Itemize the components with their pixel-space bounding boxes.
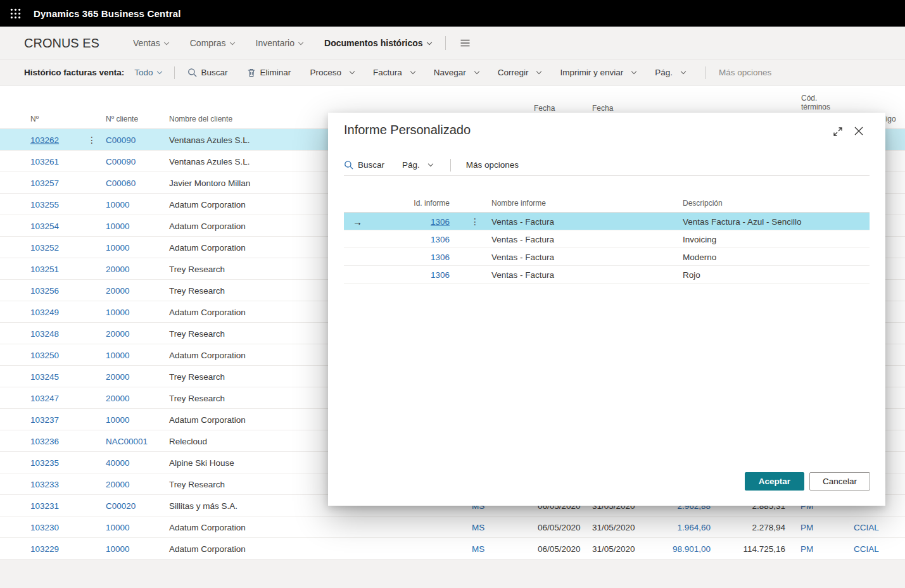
navigation-bar: CRONUS ES VentasComprasInventarioDocumen…: [0, 27, 905, 60]
cell-cust[interactable]: 20000: [106, 285, 130, 295]
cell-cust[interactable]: 20000: [106, 479, 130, 489]
cell-no[interactable]: 103245: [30, 372, 59, 381]
expand-dialog-icon[interactable]: [833, 127, 843, 139]
cell-ms[interactable]: MS: [472, 544, 484, 553]
cell-report-id[interactable]: 1306: [391, 234, 450, 244]
column-header-report-name[interactable]: Nombre informe: [491, 199, 546, 208]
cell-no[interactable]: 103252: [30, 242, 59, 252]
cell-no[interactable]: 103250: [30, 350, 59, 360]
cell-no[interactable]: 103251: [30, 264, 59, 273]
cell-no[interactable]: 103231: [30, 501, 59, 510]
cell-cust[interactable]: 10000: [106, 522, 130, 532]
cell-no[interactable]: 103257: [30, 178, 59, 187]
column-header-date-2[interactable]: Fecha: [592, 104, 613, 113]
cell-cust[interactable]: 20000: [106, 264, 130, 273]
cell-a1[interactable]: 1.964,60: [647, 522, 711, 532]
nav-item-inventario[interactable]: Inventario: [256, 38, 303, 48]
cell-name: Trey Research: [169, 264, 225, 273]
report-row[interactable]: 1306Ventas - FacturaInvoicing: [344, 230, 870, 248]
column-header-date-1[interactable]: Fecha: [534, 104, 555, 113]
delete-button[interactable]: Eliminar: [247, 68, 291, 77]
row-options-icon[interactable]: ⋮: [471, 216, 479, 227]
cell-no[interactable]: 103249: [30, 307, 59, 316]
cell-no[interactable]: 103254: [30, 221, 59, 230]
cell-no[interactable]: 103256: [30, 285, 59, 295]
report-row[interactable]: 1306Ventas - FacturaRojo: [344, 266, 870, 284]
close-dialog-icon[interactable]: [854, 127, 863, 138]
cell-ms[interactable]: MS: [472, 522, 484, 532]
cell-report-id[interactable]: 1306: [391, 216, 450, 226]
cell-a1[interactable]: 98.901,00: [647, 544, 711, 553]
cell-code[interactable]: CCIAL: [854, 544, 879, 553]
company-name[interactable]: CRONUS ES: [24, 36, 99, 51]
action-menu-corregir[interactable]: Corregir: [498, 68, 541, 77]
cell-no[interactable]: 103236: [30, 436, 59, 446]
report-row[interactable]: 1306Ventas - FacturaModerno: [344, 248, 870, 266]
cell-no[interactable]: 103255: [30, 199, 59, 209]
column-header-terms-1[interactable]: Cód.: [801, 94, 817, 103]
accept-button[interactable]: Aceptar: [745, 472, 804, 491]
cell-cust[interactable]: C00090: [106, 156, 136, 166]
cell-cust[interactable]: 10000: [106, 242, 130, 252]
cell-cust[interactable]: C00020: [106, 501, 136, 510]
cell-no[interactable]: 103261: [30, 156, 59, 166]
cell-no[interactable]: 103248: [30, 328, 59, 338]
row-options-icon[interactable]: ⋮: [87, 135, 96, 145]
menu-collapse-icon[interactable]: [460, 39, 471, 47]
cell-no[interactable]: 103237: [30, 415, 59, 424]
app-title[interactable]: Dynamics 365 Business Central: [34, 8, 181, 19]
app-launcher-icon[interactable]: [10, 8, 21, 19]
cell-no[interactable]: 103247: [30, 393, 59, 403]
cell-cust[interactable]: NAC00001: [106, 436, 148, 446]
cell-no[interactable]: 103229: [30, 544, 59, 553]
column-header-report-desc[interactable]: Descripción: [683, 199, 723, 208]
action-menu-navegar[interactable]: Navegar: [434, 68, 479, 77]
invoice-row[interactable]: 10322910000Adatum CorporationMS06/05/202…: [0, 538, 905, 560]
column-header-no[interactable]: Nº: [30, 115, 39, 123]
cancel-button[interactable]: Cancelar: [809, 472, 870, 491]
cell-cust[interactable]: 20000: [106, 372, 130, 381]
action-menu-proceso[interactable]: Proceso: [310, 68, 354, 77]
column-header-terms-2[interactable]: términos: [801, 103, 830, 111]
cell-cust[interactable]: 40000: [106, 458, 130, 467]
cell-report-id[interactable]: 1306: [391, 270, 450, 279]
delete-label: Eliminar: [260, 68, 291, 77]
page-title: Histórico facturas venta:: [24, 68, 124, 77]
column-header-report-id[interactable]: Id. informe: [391, 199, 450, 208]
view-filter-dropdown[interactable]: Todo: [134, 68, 161, 77]
cell-cust[interactable]: 10000: [106, 307, 130, 316]
search-button[interactable]: Buscar: [187, 68, 228, 77]
cell-no[interactable]: 103262: [30, 135, 59, 144]
cell-cust[interactable]: 10000: [106, 199, 130, 209]
cell-no[interactable]: 103235: [30, 458, 59, 467]
cell-no[interactable]: 103230: [30, 522, 59, 532]
cell-cust[interactable]: 10000: [106, 415, 130, 424]
cell-no[interactable]: 103233: [30, 479, 59, 489]
dialog-page-menu[interactable]: Pág.: [402, 160, 433, 170]
nav-item-compras[interactable]: Compras: [190, 38, 234, 48]
column-header-customer[interactable]: Nº cliente: [106, 115, 138, 123]
cell-report-id[interactable]: 1306: [391, 252, 450, 261]
action-menu-factura[interactable]: Factura: [373, 68, 415, 77]
cell-d2: 31/05/2020: [592, 544, 635, 553]
dialog-search-button[interactable]: Buscar: [344, 160, 384, 170]
dialog-more-options-button[interactable]: Más opciones: [466, 160, 519, 170]
column-header-name[interactable]: Nombre del cliente: [169, 115, 232, 123]
cell-cust[interactable]: C00060: [106, 178, 136, 187]
cell-pm[interactable]: PM: [801, 522, 813, 532]
report-row[interactable]: →1306⋮Ventas - FacturaVentas Factura - A…: [344, 213, 870, 230]
action-menu-pag[interactable]: Pág.: [655, 68, 685, 77]
cell-code[interactable]: CCIAL: [854, 522, 879, 532]
more-options-button[interactable]: Más opciones: [719, 68, 771, 77]
cell-cust[interactable]: C00090: [106, 135, 136, 144]
cell-cust[interactable]: 10000: [106, 221, 130, 230]
cell-cust[interactable]: 10000: [106, 350, 130, 360]
cell-cust[interactable]: 20000: [106, 328, 130, 338]
nav-item-ventas[interactable]: Ventas: [133, 38, 168, 48]
action-menu-imprimir-y-enviar[interactable]: Imprimir y enviar: [560, 68, 636, 77]
invoice-row[interactable]: 10323010000Adatum CorporationMS06/05/202…: [0, 516, 905, 538]
cell-pm[interactable]: PM: [801, 544, 813, 553]
cell-cust[interactable]: 20000: [106, 393, 130, 403]
cell-cust[interactable]: 10000: [106, 544, 130, 553]
nav-item-documentos-historicos[interactable]: Documentos históricos: [324, 38, 431, 48]
